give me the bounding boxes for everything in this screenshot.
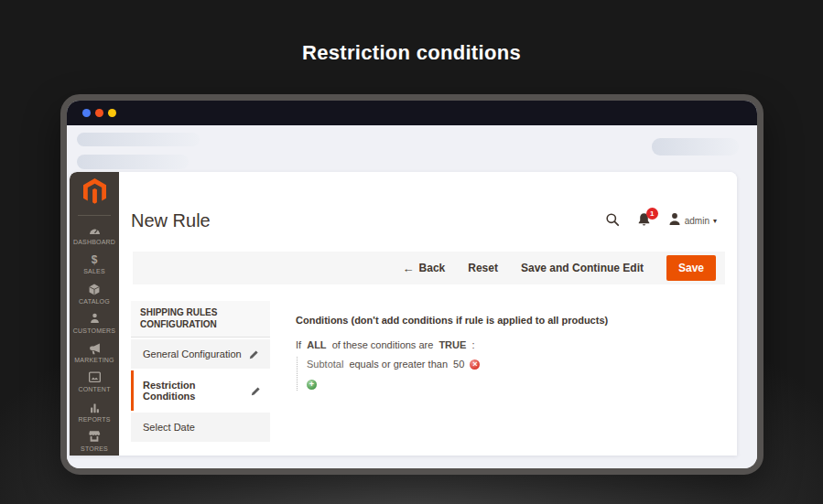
sidebar-item-customers[interactable]: CUSTOMERS [70, 308, 119, 338]
admin-page: DASHBOARD $ SALES CATALOG CUSTOMERS [70, 172, 737, 456]
back-button[interactable]: ← Back [403, 262, 446, 275]
dashboard-icon [88, 223, 102, 237]
sidebar-item-label: DASHBOARD [73, 239, 115, 245]
magento-logo-icon[interactable] [83, 178, 106, 209]
admin-page-header: New Rule 1 [119, 172, 737, 250]
sidebar-item-content[interactable]: CONTENT [70, 367, 119, 396]
remove-condition-icon[interactable]: × [470, 359, 480, 370]
add-condition-icon[interactable]: + [307, 380, 317, 390]
config-nav: SHIPPING RULES CONFIGURATION General Con… [131, 301, 270, 456]
browser-window: DASHBOARD $ SALES CATALOG CUSTOMERS [60, 94, 763, 475]
aggregator-select[interactable]: ALL [307, 339, 326, 350]
chevron-down-icon: ▾ [713, 218, 717, 225]
skeleton-pill [652, 138, 739, 155]
notification-badge: 1 [646, 208, 658, 220]
sidebar-item-stores[interactable]: STORES [70, 426, 119, 456]
window-control-blue[interactable] [82, 109, 91, 117]
browser-chrome: DASHBOARD $ SALES CATALOG CUSTOMERS [67, 125, 757, 468]
catalog-icon [88, 283, 101, 296]
nav-item-general-configuration[interactable]: General Configuration [131, 339, 270, 369]
skeleton-pill [77, 133, 200, 146]
aggregate-value-select[interactable]: TRUE [439, 339, 466, 350]
save-and-continue-button[interactable]: Save and Continue Edit [521, 262, 644, 274]
config-nav-header: SHIPPING RULES CONFIGURATION [131, 301, 270, 338]
sidebar-item-dashboard[interactable]: DASHBOARD [70, 220, 119, 249]
sidebar-item-sales[interactable]: $ SALES [70, 249, 119, 278]
save-button[interactable]: Save [666, 255, 716, 281]
admin-main: New Rule 1 [119, 172, 737, 456]
marketing-icon [88, 341, 102, 355]
edit-pencil-icon [249, 349, 259, 359]
user-name: admin [685, 216, 709, 226]
sidebar-item-label: REPORTS [78, 416, 110, 423]
sidebar-item-label: CUSTOMERS [73, 327, 115, 334]
sidebar-item-label: CATALOG [79, 298, 110, 305]
sidebar-item-label: CONTENT [78, 386, 110, 392]
content-icon [88, 370, 102, 384]
sidebar-item-catalog[interactable]: CATALOG [70, 279, 119, 308]
page-title: Restriction conditions [0, 41, 823, 65]
customers-icon [89, 312, 101, 326]
rule-tree: Subtotal equals or greater than 50 × + [297, 357, 717, 391]
back-arrow-icon: ← [403, 262, 415, 275]
conditions-aggregate-line: If ALL of these conditions are TRUE : [296, 339, 717, 350]
user-icon [668, 212, 681, 230]
sidebar-item-reports[interactable]: REPORTS [70, 397, 119, 426]
edit-pencil-icon [251, 386, 261, 396]
conditions-heading: Conditions (don't add conditions if rule… [296, 315, 717, 326]
nav-item-restriction-conditions[interactable]: Restriction Conditions [131, 370, 270, 411]
nav-item-select-date[interactable]: Select Date [131, 413, 270, 442]
stores-icon [88, 430, 101, 444]
condition-operator[interactable]: equals or greater than [349, 359, 448, 370]
condition-row: Subtotal equals or greater than 50 × [307, 357, 717, 370]
sales-icon: $ [92, 252, 98, 266]
condition-attribute[interactable]: Subtotal [307, 359, 343, 370]
window-titlebar [67, 101, 757, 125]
sidebar-item-label: SALES [83, 268, 105, 274]
condition-value[interactable]: 50 [453, 359, 464, 370]
page-heading: New Rule [131, 210, 605, 231]
action-toolbar: ← Back Reset Save and Continue Edit Save [133, 252, 725, 284]
window-control-yellow[interactable] [108, 109, 116, 117]
content-area: SHIPPING RULES CONFIGURATION General Con… [119, 284, 737, 456]
reports-icon [89, 401, 101, 414]
sidebar-item-marketing[interactable]: MARKETING [70, 338, 119, 367]
reset-button[interactable]: Reset [468, 262, 498, 274]
notifications-button[interactable]: 1 [637, 212, 651, 231]
sidebar-item-label: STORES [81, 445, 108, 452]
skeleton-pill [77, 155, 189, 169]
admin-user-menu[interactable]: admin ▾ [668, 212, 717, 230]
sidebar-item-label: MARKETING [74, 357, 114, 363]
magento-sidebar: DASHBOARD $ SALES CATALOG CUSTOMERS [70, 172, 119, 456]
search-icon[interactable] [605, 212, 620, 231]
window-control-orange[interactable] [95, 109, 103, 117]
conditions-section: Conditions (don't add conditions if rule… [296, 301, 717, 456]
sidebar-divider [78, 215, 111, 216]
